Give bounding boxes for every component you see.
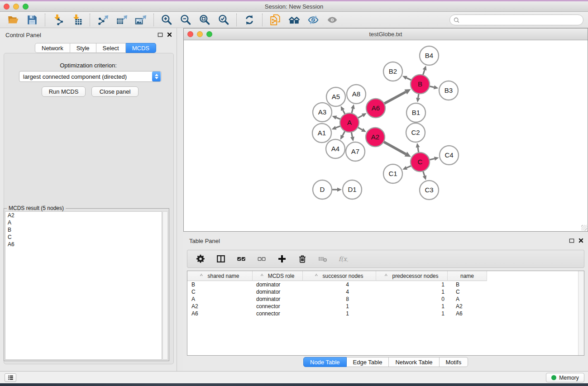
delete-column-button[interactable]: [296, 252, 309, 266]
graph-edge-B-B2[interactable]: [402, 76, 412, 81]
table-row[interactable]: A2connector11A2: [187, 303, 584, 310]
table-scrollbar[interactable]: [578, 271, 584, 355]
mcds-result-item[interactable]: A6: [5, 241, 162, 248]
graph-edge-A-A8[interactable]: [351, 104, 355, 114]
hide-graphics-details-button[interactable]: [304, 13, 323, 27]
mcds-result-item[interactable]: C: [5, 234, 162, 241]
table-cell[interactable]: B: [187, 281, 253, 288]
graph-node-B1[interactable]: B1: [406, 103, 425, 122]
resize-grip[interactable]: [581, 225, 587, 231]
graph-node-A[interactable]: A: [340, 113, 359, 132]
export-network-button[interactable]: [93, 13, 112, 27]
column-header-MCDS-role[interactable]: MCDS role: [253, 271, 303, 281]
graph-edge-A-A4[interactable]: [340, 130, 345, 140]
table-cell[interactable]: A2: [448, 303, 487, 310]
table-cell[interactable]: dominator: [253, 295, 303, 303]
graph-node-D1[interactable]: D1: [343, 180, 362, 199]
home-button[interactable]: [285, 13, 304, 27]
table-cell[interactable]: C: [448, 288, 487, 295]
close-panel-icon[interactable]: [166, 31, 173, 38]
graph-node-C[interactable]: C: [411, 152, 430, 172]
float-table-panel-icon[interactable]: [568, 237, 575, 244]
table-cell[interactable]: 1: [303, 310, 376, 317]
deselect-all-button[interactable]: [255, 252, 268, 266]
split-view-button[interactable]: [214, 252, 228, 266]
graph-node-A7[interactable]: A7: [346, 142, 365, 161]
table-cell[interactable]: A: [187, 295, 253, 303]
table-cell[interactable]: 1: [376, 303, 448, 310]
tab-node-table[interactable]: Node Table: [303, 357, 347, 367]
graph-node-A8[interactable]: A8: [347, 85, 366, 104]
table-cell[interactable]: connector: [253, 310, 303, 317]
graph-edge-C-C3[interactable]: [423, 170, 427, 180]
export-image-button[interactable]: [131, 13, 150, 27]
table-cell[interactable]: 1: [376, 310, 448, 317]
table-cell[interactable]: 0: [376, 295, 448, 303]
graph-node-D[interactable]: D: [313, 180, 332, 199]
graph-edge-A-A3[interactable]: [332, 116, 341, 120]
graph-node-B[interactable]: B: [411, 75, 430, 94]
tab-style[interactable]: Style: [70, 43, 96, 53]
search-input[interactable]: [460, 15, 583, 24]
memory-button[interactable]: Memory: [546, 373, 584, 382]
run-mcds-button[interactable]: Run MCDS: [42, 86, 86, 97]
graph-edge-A-A5[interactable]: [341, 106, 345, 115]
show-graphics-details-button[interactable]: [323, 13, 342, 27]
tab-edge-table[interactable]: Edge Table: [347, 357, 389, 367]
column-header-shared-name[interactable]: shared name: [187, 271, 253, 281]
tab-select[interactable]: Select: [96, 43, 126, 53]
network-window-titlebar[interactable]: testGlobe.txt: [184, 29, 588, 40]
graph-edge-A-A7[interactable]: [350, 131, 354, 142]
tab-mcds[interactable]: MCDS: [126, 43, 156, 53]
table-cell[interactable]: connector: [253, 303, 303, 310]
graph-node-C1[interactable]: C1: [383, 164, 402, 183]
graph-edge-A2-C[interactable]: [383, 141, 411, 157]
table-row[interactable]: Cdominator41C: [187, 288, 584, 295]
graph-edge-C-C2[interactable]: [416, 143, 420, 153]
zoom-fit-button[interactable]: [195, 13, 214, 27]
column-header-successor-nodes[interactable]: successor nodes: [303, 271, 376, 281]
tab-network[interactable]: Network: [35, 43, 70, 53]
graph-edge-B-B4[interactable]: [423, 66, 427, 76]
column-header-name[interactable]: name: [448, 271, 487, 281]
close-panel-button[interactable]: Close panel: [91, 86, 139, 97]
mcds-result-item[interactable]: A2: [5, 212, 162, 219]
graph-node-B4[interactable]: B4: [420, 46, 439, 65]
graph-node-A4[interactable]: A4: [326, 139, 345, 158]
task-history-button[interactable]: [5, 373, 16, 382]
graph-edge-D-D1[interactable]: [331, 188, 342, 192]
graph-node-B2[interactable]: B2: [383, 62, 402, 81]
table-cell[interactable]: 4: [303, 288, 376, 295]
result-list-scrollbar[interactable]: [163, 211, 168, 360]
table-row[interactable]: Adominator80A: [187, 295, 584, 303]
table-cell[interactable]: A: [448, 295, 487, 303]
optimization-criterion-select[interactable]: largest connected component (directed): [19, 71, 162, 82]
zoom-out-button[interactable]: [176, 13, 195, 27]
graph-node-A3[interactable]: A3: [313, 103, 332, 122]
settings-button[interactable]: [194, 252, 207, 266]
table-cell[interactable]: 1: [303, 303, 376, 310]
save-session-button[interactable]: [23, 13, 42, 27]
network-graph[interactable]: AA1A2A3A4A5A6A7A8BB1B2B3B4CC1C2C3C4DD1: [184, 41, 587, 231]
zoom-selected-button[interactable]: [214, 13, 233, 27]
zoom-in-button[interactable]: [157, 13, 176, 27]
select-all-button[interactable]: [234, 252, 248, 266]
table-cell[interactable]: dominator: [253, 281, 303, 288]
mcds-result-item[interactable]: A: [5, 219, 162, 226]
graph-edge-A-A2[interactable]: [357, 127, 366, 132]
graph-node-C4[interactable]: C4: [440, 146, 459, 165]
export-table-button[interactable]: [112, 13, 131, 27]
duplicate-network-button[interactable]: [266, 13, 285, 27]
graph-node-A5[interactable]: A5: [326, 87, 345, 106]
open-session-button[interactable]: [4, 13, 23, 27]
graph-edge-A-A6[interactable]: [357, 113, 367, 119]
table-cell[interactable]: 8: [303, 295, 376, 303]
mcds-result-item[interactable]: B: [5, 226, 162, 234]
search-box[interactable]: [449, 14, 583, 25]
table-cell[interactable]: 1: [376, 288, 448, 295]
table-cell[interactable]: A2: [187, 303, 253, 310]
table-cell[interactable]: A6: [448, 310, 487, 317]
add-column-button[interactable]: [275, 252, 289, 266]
table-row[interactable]: A6connector11A6: [187, 310, 584, 317]
float-panel-icon[interactable]: [157, 31, 163, 38]
